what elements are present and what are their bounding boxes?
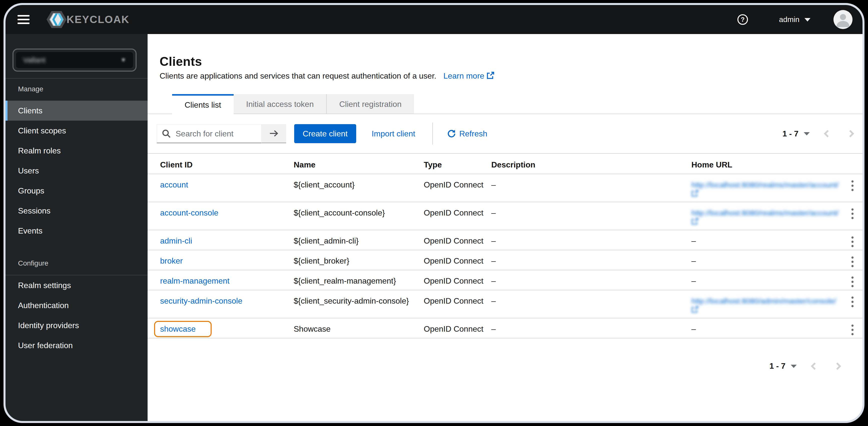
- table-row: realm-management${client_realm-managemen…: [148, 270, 863, 290]
- chevron-right-icon: [846, 129, 856, 138]
- row-actions-kebab[interactable]: [848, 207, 857, 220]
- brand-text: KEYCLOAK: [66, 13, 130, 26]
- client-id-link[interactable]: admin-cli: [160, 236, 192, 245]
- row-actions-kebab[interactable]: [848, 255, 857, 268]
- home-url-redacted[interactable]: http://localhost:8080/admin/master/conso…: [691, 297, 836, 305]
- client-id-link[interactable]: account-console: [160, 208, 218, 217]
- external-link-icon: [487, 71, 494, 81]
- row-actions-kebab[interactable]: [848, 324, 857, 336]
- highlight-box: showcase: [154, 321, 212, 337]
- external-link-icon: [691, 306, 699, 315]
- client-type: OpenID Connect: [424, 202, 491, 223]
- pagination-caret-icon[interactable]: [803, 132, 810, 136]
- search-submit-button[interactable]: [262, 124, 286, 143]
- arrow-right-icon: [270, 129, 278, 138]
- home-url-redacted[interactable]: http://localhost:8080/realms/master/acco…: [691, 209, 839, 217]
- table-row: account-console${client_account-console}…: [148, 202, 863, 230]
- client-name: ${client_account}: [294, 174, 424, 195]
- client-type: OpenID Connect: [424, 174, 491, 195]
- refresh-link[interactable]: Refresh: [447, 129, 487, 139]
- client-type: OpenID Connect: [424, 250, 491, 272]
- page-description: Clients are applications and services th…: [160, 71, 858, 81]
- table-header-row: Client IDNameTypeDescriptionHome URL: [148, 154, 863, 174]
- pagination-prev-button[interactable]: [823, 129, 832, 138]
- learn-more-link[interactable]: Learn more: [443, 71, 494, 80]
- sidebar-item-realm-settings[interactable]: Realm settings: [5, 275, 148, 295]
- search-icon: [162, 129, 170, 138]
- client-type: OpenID Connect: [424, 318, 491, 340]
- client-name: ${client_account-console}: [294, 202, 424, 223]
- client-id-link[interactable]: showcase: [160, 324, 196, 334]
- search-group: [157, 124, 286, 143]
- realm-selector[interactable]: Vallant ▼: [12, 49, 136, 71]
- tab-clients-list[interactable]: Clients list: [172, 94, 234, 114]
- row-actions-kebab[interactable]: [848, 275, 857, 288]
- sidebar-item-clients[interactable]: Clients: [5, 101, 148, 121]
- pagination-next-button[interactable]: [834, 362, 842, 371]
- refresh-icon: [447, 129, 456, 138]
- client-description: –: [491, 174, 691, 195]
- client-name: ${client_realm-management}: [294, 270, 424, 292]
- import-client-link[interactable]: Import client: [372, 129, 415, 139]
- nav-toggle-button[interactable]: [18, 15, 30, 24]
- client-home-url[interactable]: http://localhost:8080/realms/master/acco…: [691, 174, 846, 205]
- create-client-button[interactable]: Create client: [294, 124, 356, 143]
- client-home-url[interactable]: http://localhost:8080/admin/master/conso…: [691, 290, 846, 321]
- client-description: –: [491, 230, 691, 251]
- help-icon[interactable]: ?: [737, 14, 748, 25]
- sidebar-item-client-scopes[interactable]: Client scopes: [5, 121, 148, 141]
- tab-client-registration[interactable]: Client registration: [326, 94, 414, 114]
- svg-text:?: ?: [741, 16, 745, 23]
- client-id-link[interactable]: security-admin-console: [160, 296, 242, 305]
- sidebar-item-groups[interactable]: Groups: [5, 181, 148, 201]
- main-content: Clients Clients are applications and ser…: [148, 34, 863, 421]
- client-name: ${client_broker}: [294, 250, 424, 272]
- search-input[interactable]: [175, 129, 256, 139]
- external-link-icon: [691, 217, 699, 227]
- toolbar: Create client Import client Refresh 1 - …: [157, 124, 858, 144]
- client-home-url[interactable]: http://localhost:8080/realms/master/acco…: [691, 202, 846, 233]
- pagination-range: 1 - 7: [770, 361, 785, 371]
- home-url-redacted[interactable]: http://localhost:8080/realms/master/acco…: [691, 181, 839, 189]
- sidebar-item-user-federation[interactable]: User federation: [5, 335, 148, 356]
- client-home-url: –: [691, 250, 846, 272]
- pagination-next-button[interactable]: [846, 129, 856, 138]
- table-row: showcaseShowcaseOpenID Connect––: [148, 318, 863, 338]
- screen-background: KEYCLOAK ? admin: [0, 0, 868, 426]
- row-actions-kebab[interactable]: [848, 179, 857, 192]
- client-name: ${client_admin-cli}: [294, 230, 424, 251]
- masthead-right: ? admin: [737, 10, 852, 29]
- pagination-prev-button[interactable]: [809, 362, 818, 371]
- tab-initial-access-token[interactable]: Initial access token: [234, 94, 326, 114]
- client-id-link[interactable]: realm-management: [160, 276, 229, 285]
- page-title: Clients: [160, 54, 858, 69]
- client-description: –: [491, 250, 691, 272]
- sidebar-item-users[interactable]: Users: [5, 161, 148, 181]
- pagination-caret-icon[interactable]: [790, 364, 797, 368]
- client-home-url: –: [691, 318, 846, 340]
- sidebar-item-events[interactable]: Events: [5, 221, 148, 241]
- toolbar-divider: [432, 123, 433, 145]
- chevron-left-icon: [823, 129, 832, 138]
- tabs-underline: [148, 114, 863, 114]
- chevron-right-icon: [834, 362, 842, 371]
- external-link-icon: [691, 189, 699, 199]
- sidebar-item-sessions[interactable]: Sessions: [5, 201, 148, 221]
- username: admin: [779, 15, 800, 24]
- table-row: security-admin-console${client_security-…: [148, 290, 863, 318]
- client-id-link[interactable]: account: [160, 180, 188, 189]
- avatar[interactable]: [834, 10, 852, 29]
- keycloak-logo: KEYCLOAK: [43, 8, 130, 31]
- tabs-bar: Clients listInitial access tokenClient r…: [160, 94, 858, 114]
- sidebar-item-authentication[interactable]: Authentication: [5, 295, 148, 315]
- app-window: KEYCLOAK ? admin: [3, 3, 865, 423]
- table-row: broker${client_broker}OpenID Connect––: [148, 250, 863, 270]
- client-id-link[interactable]: broker: [160, 256, 183, 265]
- chevron-left-icon: [809, 362, 818, 371]
- row-actions-kebab[interactable]: [848, 295, 857, 308]
- row-actions-kebab[interactable]: [848, 235, 857, 248]
- sidebar-item-realm-roles[interactable]: Realm roles: [5, 141, 148, 161]
- realm-caret-icon: ▼: [121, 57, 126, 63]
- sidebar-item-identity-providers[interactable]: Identity providers: [5, 315, 148, 335]
- user-menu-dropdown[interactable]: admin: [776, 15, 813, 24]
